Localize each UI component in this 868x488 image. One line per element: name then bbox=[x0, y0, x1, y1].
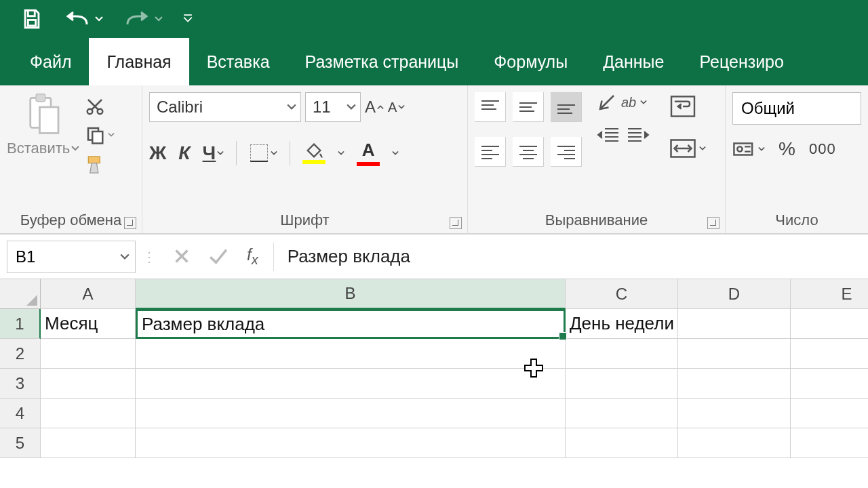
tab-insert[interactable]: Вставка bbox=[189, 38, 288, 85]
increase-font-button[interactable]: A bbox=[365, 98, 384, 117]
ribbon: Вставить bbox=[0, 85, 868, 235]
cell-A4[interactable] bbox=[41, 399, 136, 428]
spreadsheet-grid[interactable]: A B C D E 1 Месяц Размер вклада День нед… bbox=[0, 279, 868, 458]
font-size-combo[interactable]: 11 bbox=[305, 92, 361, 122]
orientation-button[interactable]: ab bbox=[597, 92, 650, 113]
name-box-caret-icon[interactable] bbox=[120, 252, 130, 262]
redo-button[interactable] bbox=[123, 0, 163, 38]
paste-label: Вставить bbox=[7, 140, 70, 157]
row-header-4[interactable]: 4 bbox=[0, 399, 41, 428]
format-painter-button[interactable] bbox=[85, 153, 115, 176]
cell-B4[interactable] bbox=[136, 399, 566, 428]
customize-qat-button[interactable] bbox=[183, 0, 193, 38]
insert-function-button[interactable]: fx bbox=[247, 245, 258, 268]
percent-button[interactable]: % bbox=[778, 138, 795, 160]
fill-color-caret-icon[interactable] bbox=[338, 150, 344, 157]
select-all-corner[interactable] bbox=[0, 279, 41, 309]
align-left-button[interactable] bbox=[475, 137, 506, 167]
redo-caret-icon[interactable] bbox=[155, 15, 163, 23]
paste-caret-icon bbox=[71, 144, 79, 152]
cell-E4[interactable] bbox=[791, 399, 868, 428]
col-header-C[interactable]: C bbox=[566, 279, 678, 309]
col-header-B[interactable]: B bbox=[136, 279, 566, 309]
font-color-caret-icon[interactable] bbox=[392, 150, 399, 157]
group-label-clipboard: Буфер обмена bbox=[7, 211, 135, 230]
cell-B1[interactable]: Размер вклада bbox=[136, 309, 566, 339]
row-header-1[interactable]: 1 bbox=[0, 309, 41, 339]
cell-A3[interactable] bbox=[41, 369, 136, 399]
confirm-edit-button[interactable] bbox=[209, 248, 228, 264]
number-format-combo[interactable]: Общий bbox=[732, 92, 861, 125]
align-top-button[interactable] bbox=[475, 92, 506, 122]
fill-color-button[interactable] bbox=[302, 142, 326, 164]
cell-D5[interactable] bbox=[678, 428, 791, 458]
cell-E1[interactable] bbox=[791, 309, 868, 339]
col-header-E[interactable]: E bbox=[791, 279, 868, 309]
name-box[interactable]: B1 bbox=[7, 241, 136, 273]
cell-A1[interactable]: Месяц bbox=[41, 309, 136, 339]
orientation-caret-icon bbox=[640, 99, 647, 106]
align-middle-button[interactable] bbox=[513, 92, 544, 122]
italic-button[interactable]: К bbox=[178, 142, 190, 164]
tab-home[interactable]: Главная bbox=[89, 38, 189, 85]
align-center-button[interactable] bbox=[513, 137, 544, 167]
comma-style-button[interactable]: 000 bbox=[809, 140, 836, 158]
cell-C1[interactable]: День недели bbox=[566, 309, 678, 339]
align-right-button[interactable] bbox=[551, 137, 582, 167]
cancel-edit-button[interactable] bbox=[174, 248, 190, 264]
cell-E5[interactable] bbox=[791, 428, 868, 458]
col-header-D[interactable]: D bbox=[678, 279, 791, 309]
undo-button[interactable] bbox=[64, 0, 103, 38]
svg-rect-7 bbox=[93, 131, 103, 144]
font-size-value: 11 bbox=[313, 98, 331, 117]
number-format-value: Общий bbox=[741, 99, 795, 118]
tab-data[interactable]: Данные bbox=[585, 38, 682, 85]
font-name-combo[interactable]: Calibri bbox=[149, 92, 301, 122]
row-header-3[interactable]: 3 bbox=[0, 369, 41, 399]
cell-A2[interactable] bbox=[41, 339, 136, 369]
undo-caret-icon[interactable] bbox=[95, 15, 103, 23]
cell-C4[interactable] bbox=[566, 399, 678, 428]
formula-bar-content[interactable]: Размер вклада bbox=[288, 246, 410, 267]
accounting-caret-icon bbox=[758, 146, 765, 152]
merge-center-button[interactable] bbox=[669, 138, 706, 159]
bold-button[interactable]: Ж bbox=[149, 142, 166, 164]
cell-C5[interactable] bbox=[566, 428, 678, 458]
cell-E2[interactable] bbox=[791, 339, 868, 369]
font-size-caret-icon bbox=[347, 102, 356, 112]
cell-C2[interactable] bbox=[566, 339, 678, 369]
tab-file[interactable]: Файл bbox=[12, 38, 89, 85]
row-header-2[interactable]: 2 bbox=[0, 339, 41, 369]
cell-E3[interactable] bbox=[791, 369, 868, 399]
col-header-A[interactable]: A bbox=[41, 279, 136, 309]
alignment-dialog-launcher[interactable] bbox=[707, 217, 719, 229]
font-dialog-launcher[interactable] bbox=[450, 217, 462, 229]
tab-review[interactable]: Рецензиро bbox=[682, 38, 801, 85]
cell-A5[interactable] bbox=[41, 428, 136, 458]
paste-button[interactable]: Вставить bbox=[7, 92, 79, 157]
cell-D4[interactable] bbox=[678, 399, 791, 428]
font-color-button[interactable]: A bbox=[357, 140, 380, 166]
clipboard-dialog-launcher[interactable] bbox=[124, 217, 136, 229]
borders-button[interactable] bbox=[249, 143, 277, 163]
cell-D1[interactable] bbox=[678, 309, 791, 339]
cut-button[interactable] bbox=[85, 96, 115, 117]
cell-B3[interactable] bbox=[136, 369, 566, 399]
cell-D3[interactable] bbox=[678, 369, 791, 399]
save-button[interactable] bbox=[20, 0, 43, 38]
row-header-5[interactable]: 5 bbox=[0, 428, 41, 458]
cell-B2[interactable] bbox=[136, 339, 566, 369]
wrap-text-button[interactable] bbox=[669, 95, 706, 121]
cell-B5[interactable] bbox=[136, 428, 566, 458]
cell-C3[interactable] bbox=[566, 369, 678, 399]
underline-button[interactable]: Ч bbox=[203, 142, 224, 164]
cell-D2[interactable] bbox=[678, 339, 791, 369]
increase-indent-button[interactable] bbox=[627, 126, 650, 148]
accounting-format-button[interactable] bbox=[732, 140, 765, 159]
copy-button[interactable] bbox=[85, 125, 115, 145]
tab-page-layout[interactable]: Разметка страницы bbox=[288, 38, 477, 85]
tab-formulas[interactable]: Формулы bbox=[476, 38, 585, 85]
align-bottom-button[interactable] bbox=[551, 92, 582, 122]
decrease-font-button[interactable]: A bbox=[388, 100, 405, 115]
decrease-indent-button[interactable] bbox=[597, 126, 620, 148]
